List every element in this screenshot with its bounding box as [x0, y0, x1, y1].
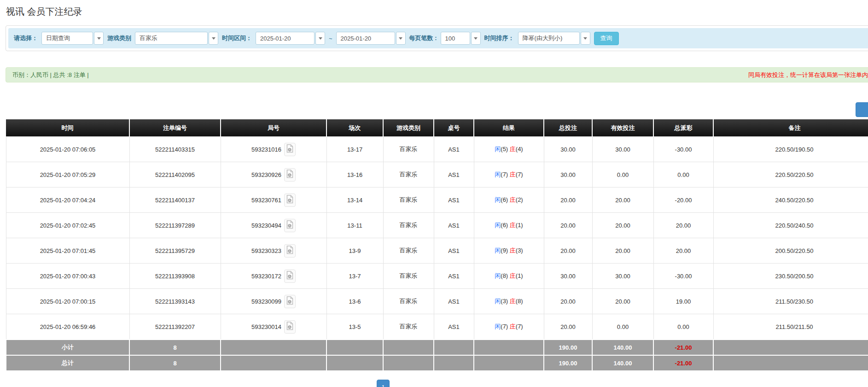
query-type-value[interactable]: 日期查询	[41, 32, 93, 45]
export-button[interactable]	[856, 102, 868, 117]
valid-bet-cell: 30.00	[592, 137, 653, 162]
payout-cell: 0.00	[653, 162, 713, 188]
grand-total-row-count: 8	[129, 355, 221, 371]
column-header: 局号	[221, 119, 326, 137]
table-no-cell: AS1	[434, 314, 474, 340]
summary-bar: 币别：人民币 | 总共 :8 注单 | 同局有效投注，统一计算在该局第一张注单内	[6, 67, 868, 82]
result-cell: 闲(7) 庄(7)	[474, 162, 544, 188]
total-bet-cell[interactable]: 20.00	[544, 188, 592, 213]
subtotal-row: 小计8190.00140.00-21.00	[6, 340, 868, 355]
chevron-down-icon[interactable]	[396, 32, 406, 45]
player-result: 闲	[495, 272, 501, 279]
game-type-cell: 百家乐	[383, 238, 434, 264]
game-type-cell: 百家乐	[383, 137, 434, 162]
total-bet-cell[interactable]: 30.00	[544, 264, 592, 289]
page-size-select[interactable]: 100	[441, 32, 481, 45]
video-file-icon	[286, 322, 293, 332]
video-file-icon	[286, 195, 293, 205]
round-no: 593230926	[251, 171, 281, 178]
video-replay-button[interactable]	[284, 244, 296, 258]
grand-total-row-label: 总计	[6, 355, 129, 371]
time-cell: 2025-01-20 07:01:45	[6, 238, 129, 264]
chevron-down-icon[interactable]	[94, 32, 104, 45]
game-type-label: 游戏类别	[107, 34, 131, 42]
subtotal-row-empty	[474, 340, 544, 355]
game-type-value[interactable]: 百家乐	[135, 32, 208, 45]
table-no-cell: AS1	[434, 188, 474, 213]
chevron-down-icon[interactable]	[315, 32, 325, 45]
video-replay-button[interactable]	[284, 320, 296, 334]
round-no-cell: 593230099	[221, 289, 326, 314]
subtotal-row-payout: -21.00	[653, 340, 713, 355]
video-replay-button[interactable]	[284, 295, 296, 308]
chevron-down-icon[interactable]	[471, 32, 481, 45]
page: 视讯 会员下注纪录 请选择： 日期查询 游戏类别 百家乐 时间区间： 2025-…	[0, 0, 868, 387]
table-row: 2025-01-20 06:59:46522211392207593230014…	[6, 314, 868, 340]
subtotal-row-empty	[326, 340, 383, 355]
page-size-value[interactable]: 100	[441, 32, 470, 45]
result-cell: 闲(9) 庄(3)	[474, 238, 544, 264]
subtotal-row-empty	[434, 340, 474, 355]
chevron-down-icon[interactable]	[581, 32, 590, 45]
table-row: 2025-01-20 07:00:15522211393143593230099…	[6, 289, 868, 314]
total-bet-cell[interactable]: 20.00	[544, 238, 592, 264]
date-to-select[interactable]: 2025-01-20	[336, 32, 406, 45]
query-type-select[interactable]: 日期查询	[41, 32, 104, 45]
round-no-cell: 593230761	[221, 188, 326, 213]
subtotal-row-empty	[383, 340, 434, 355]
date-range-label: 时间区间：	[222, 34, 252, 42]
total-bet-cell[interactable]: 20.00	[544, 213, 592, 238]
total-bet-cell[interactable]: 20.00	[544, 289, 592, 314]
round-no: 593230323	[251, 247, 281, 254]
time-sort-value[interactable]: 降幂(由大到小)	[518, 32, 580, 45]
game-type-select[interactable]: 百家乐	[135, 32, 218, 45]
round-no-cell: 593230494	[221, 213, 326, 238]
valid-bet-notice: 同局有效投注，统一计算在该局第一张注单内	[748, 71, 868, 79]
video-replay-button[interactable]	[284, 194, 296, 207]
video-replay-button[interactable]	[284, 270, 296, 283]
search-button[interactable]: 查询	[594, 32, 619, 45]
date-to-value[interactable]: 2025-01-20	[336, 32, 395, 45]
player-result: 闲	[495, 298, 501, 305]
valid-bet-cell: 0.00	[592, 162, 653, 188]
time-cell: 2025-01-20 07:06:05	[6, 137, 129, 162]
remark-cell: 230.50/200.50	[713, 264, 868, 289]
date-range-separator: ~	[329, 35, 332, 42]
column-header: 场次	[326, 119, 383, 137]
video-replay-button[interactable]	[284, 168, 296, 182]
session-cell: 13-5	[326, 314, 383, 340]
bet-records-table: 时间注单编号局号场次游戏类别桌号结果总投注有效投注总派彩备注 2025-01-2…	[6, 119, 868, 371]
total-bet-cell[interactable]: 30.00	[544, 162, 592, 188]
player-result: 闲	[495, 196, 501, 203]
date-from-value[interactable]: 2025-01-20	[256, 32, 315, 45]
time-sort-select[interactable]: 降幂(由大到小)	[518, 32, 590, 45]
round-no: 593230172	[251, 273, 281, 280]
game-type-cell: 百家乐	[383, 314, 434, 340]
grand-total-row-empty	[383, 355, 434, 371]
remark-cell: 211.50/211.50	[713, 314, 868, 340]
grand-total-row-empty	[326, 355, 383, 371]
table-row: 2025-01-20 07:04:24522211400137593230761…	[6, 188, 868, 213]
total-bet-cell[interactable]: 20.00	[544, 314, 592, 340]
subtotal-row-empty	[713, 340, 868, 355]
payout-cell: -20.00	[653, 188, 713, 213]
video-replay-button[interactable]	[284, 143, 296, 156]
round-no: 593230761	[251, 197, 281, 204]
result-cell: 闲(6) 庄(2)	[474, 188, 544, 213]
video-file-icon	[286, 220, 293, 230]
time-cell: 2025-01-20 07:00:43	[6, 264, 129, 289]
subtotal-row-count: 8	[129, 340, 221, 355]
column-header: 游戏类别	[383, 119, 434, 137]
payout-cell: 0.00	[653, 314, 713, 340]
result-cell: 闲(8) 庄(1)	[474, 264, 544, 289]
chevron-down-icon[interactable]	[209, 32, 218, 45]
video-replay-button[interactable]	[284, 219, 296, 232]
pagination-page-button[interactable]: 1	[377, 380, 390, 387]
table-no-cell: AS1	[434, 264, 474, 289]
table-row: 2025-01-20 07:01:45522211395729593230323…	[6, 238, 868, 264]
table-row: 2025-01-20 07:00:43522211393908593230172…	[6, 264, 868, 289]
player-result: 闲	[495, 146, 501, 152]
date-from-select[interactable]: 2025-01-20	[256, 32, 325, 45]
total-bet-cell[interactable]: 30.00	[544, 137, 592, 162]
grand-total-row-empty	[434, 355, 474, 371]
